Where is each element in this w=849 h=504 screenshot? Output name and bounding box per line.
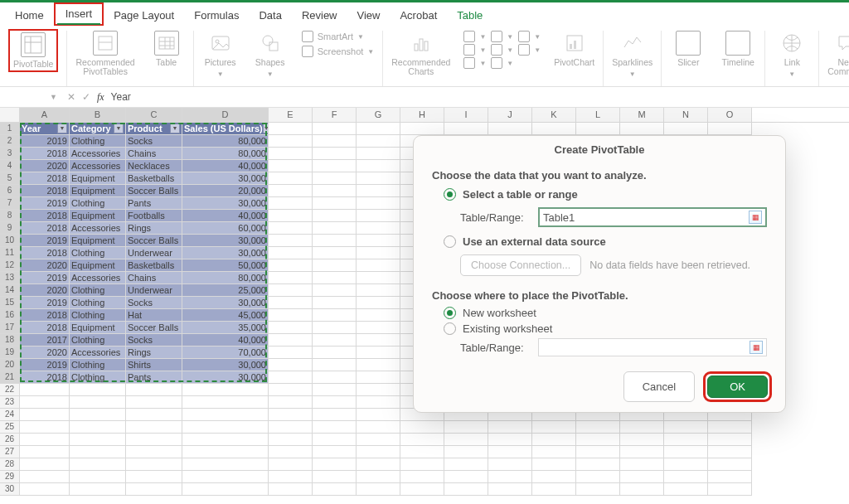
cell[interactable] — [182, 396, 269, 409]
cell[interactable] — [269, 272, 313, 284]
cell[interactable] — [708, 446, 752, 458]
cell[interactable] — [70, 483, 126, 496]
cancel-entry-icon[interactable]: ✕ — [67, 91, 75, 103]
cell[interactable] — [444, 471, 488, 483]
cell[interactable] — [126, 384, 182, 396]
cell[interactable] — [357, 309, 400, 322]
cell[interactable] — [357, 123, 400, 135]
cancel-button[interactable]: Cancel — [623, 371, 695, 402]
cell[interactable]: Socks — [126, 334, 182, 346]
cell[interactable]: Pants — [126, 197, 182, 210]
cell[interactable]: 2018 — [20, 247, 70, 259]
cell[interactable] — [313, 396, 357, 409]
cell[interactable] — [20, 483, 70, 496]
cell[interactable]: 2020 — [20, 160, 70, 172]
cell[interactable]: 30,000 — [182, 172, 269, 185]
cell[interactable] — [357, 222, 400, 235]
column-header-D[interactable]: D — [182, 108, 269, 122]
screenshot-button[interactable]: Screenshot▼ — [302, 46, 375, 57]
cell[interactable] — [357, 235, 400, 247]
row-header[interactable]: 21 — [0, 371, 20, 384]
cell[interactable] — [708, 471, 752, 483]
cell[interactable]: 2018 — [20, 185, 70, 197]
cell[interactable] — [269, 297, 313, 309]
tab-table[interactable]: Table — [447, 6, 492, 26]
cell[interactable]: 50,000 — [182, 259, 269, 272]
table-button[interactable]: Table — [148, 31, 185, 76]
cell[interactable] — [357, 471, 400, 483]
table-header-category[interactable]: Category▼ — [70, 123, 126, 135]
recommended-charts-button[interactable]: Recommended Charts — [391, 31, 450, 76]
cell[interactable] — [400, 458, 444, 471]
cell[interactable] — [357, 458, 400, 471]
cell[interactable] — [70, 434, 126, 446]
cell[interactable] — [313, 471, 357, 483]
row-header[interactable]: 13 — [0, 272, 20, 284]
cell[interactable]: Shirts — [126, 359, 182, 371]
cell[interactable] — [313, 409, 357, 421]
row-header[interactable]: 2 — [0, 135, 20, 148]
fx-label[interactable]: fx — [97, 91, 104, 104]
cell[interactable] — [269, 185, 313, 197]
cell[interactable] — [269, 222, 313, 235]
cell[interactable]: Soccer Balls — [126, 185, 182, 197]
cell[interactable] — [357, 259, 400, 272]
cell[interactable] — [357, 284, 400, 297]
cell[interactable] — [357, 148, 400, 160]
cell[interactable] — [269, 284, 313, 297]
row-header[interactable]: 8 — [0, 210, 20, 222]
cell[interactable] — [313, 259, 357, 272]
cell[interactable] — [313, 172, 357, 185]
cell[interactable]: 2019 — [20, 297, 70, 309]
cell[interactable] — [664, 446, 708, 458]
cell[interactable]: Accessories — [70, 222, 126, 235]
cell[interactable] — [576, 471, 620, 483]
cell[interactable] — [576, 483, 620, 496]
cell[interactable] — [620, 483, 664, 496]
filter-dropdown-icon[interactable]: ▼ — [263, 124, 269, 133]
cell[interactable] — [313, 371, 357, 384]
chart-type-3[interactable]: ▼ — [518, 31, 541, 42]
cell[interactable]: 2018 — [20, 210, 70, 222]
column-header-J[interactable]: J — [488, 108, 532, 122]
radio-existing-worksheet[interactable]: Existing worksheet — [444, 322, 767, 335]
cell[interactable] — [357, 421, 400, 434]
cell[interactable]: 30,000 — [182, 247, 269, 259]
column-header-O[interactable]: O — [708, 108, 752, 122]
tab-view[interactable]: View — [347, 6, 391, 26]
column-header-H[interactable]: H — [400, 108, 444, 122]
column-header-I[interactable]: I — [444, 108, 488, 122]
cell[interactable]: 70,000 — [182, 346, 269, 359]
cell[interactable] — [20, 384, 70, 396]
row-header[interactable]: 15 — [0, 297, 20, 309]
cell[interactable] — [313, 284, 357, 297]
cell[interactable] — [313, 483, 357, 496]
cell[interactable]: 35,000 — [182, 322, 269, 334]
row-header[interactable]: 6 — [0, 185, 20, 197]
cell[interactable] — [357, 160, 400, 172]
cell[interactable]: 30,000 — [182, 197, 269, 210]
cell[interactable]: 2020 — [20, 284, 70, 297]
row-header[interactable]: 30 — [0, 483, 20, 496]
cell[interactable] — [400, 421, 444, 434]
cell[interactable] — [488, 446, 532, 458]
cell[interactable] — [269, 346, 313, 359]
ok-button[interactable]: OK — [707, 376, 768, 398]
tab-home[interactable]: Home — [5, 6, 54, 26]
row-header[interactable]: 20 — [0, 359, 20, 371]
cell[interactable] — [620, 458, 664, 471]
cell[interactable]: Clothing — [70, 284, 126, 297]
tab-formulas[interactable]: Formulas — [184, 6, 249, 26]
filter-dropdown-icon[interactable]: ▼ — [170, 124, 180, 133]
cell[interactable] — [269, 409, 313, 421]
cell[interactable]: 40,000 — [182, 334, 269, 346]
cell[interactable]: 2019 — [20, 197, 70, 210]
cell[interactable] — [269, 421, 313, 434]
cell[interactable] — [488, 434, 532, 446]
cell[interactable] — [400, 471, 444, 483]
cell[interactable] — [313, 359, 357, 371]
cell[interactable]: 2018 — [20, 371, 70, 384]
cell[interactable] — [20, 471, 70, 483]
pivotchart-button[interactable]: PivotChart — [554, 31, 594, 76]
cell[interactable]: Clothing — [70, 371, 126, 384]
